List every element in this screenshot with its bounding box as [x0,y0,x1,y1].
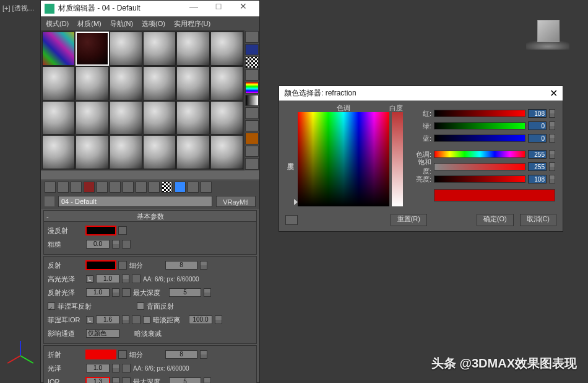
menu-util[interactable]: 实用程序(U) [174,19,210,29]
ok-button[interactable]: 确定(O) [477,214,514,226]
make-copy-icon[interactable] [97,182,108,193]
tool-icon[interactable] [245,146,259,157]
menu-options[interactable]: 选项(O) [142,19,165,29]
material-slot[interactable] [42,135,75,169]
green-slider[interactable] [434,122,525,130]
spin-buttons[interactable] [122,315,129,324]
go-to-parent-icon[interactable] [175,182,186,193]
fresnel-ior-spinner[interactable]: 1.6 [96,315,119,324]
ior-spinner[interactable]: 1.3 [86,377,110,383]
tool-icon[interactable] [245,158,259,170]
spin-buttons[interactable] [204,288,211,297]
color-picker-titlebar[interactable]: 颜色选择器: refraction ✕ [279,86,563,101]
reflect-map-button[interactable] [118,261,127,270]
spin-buttons[interactable] [549,175,555,183]
hilight-gloss-spinner[interactable]: 1.0 [96,275,119,283]
material-map-nav-icon[interactable] [245,133,259,144]
select-by-material-icon[interactable] [245,120,259,132]
spin-buttons[interactable] [549,162,555,171]
material-slot[interactable] [176,101,209,135]
map-button[interactable] [132,275,141,283]
menu-nav[interactable]: 导航(N) [110,19,133,29]
material-slot[interactable] [210,135,243,169]
material-id-icon[interactable] [136,182,147,193]
spin-buttons[interactable] [549,121,555,130]
material-slot-selected[interactable] [76,32,108,66]
material-slot[interactable] [110,101,142,135]
sample-scrollbar[interactable] [41,170,259,179]
blue-slider[interactable] [434,134,525,142]
material-slot[interactable] [176,32,209,66]
get-material-icon[interactable] [45,182,56,193]
material-slot[interactable] [210,66,243,100]
material-slot[interactable] [210,101,243,135]
pick-material-icon[interactable] [45,196,54,206]
reset-button[interactable]: 重置(R) [391,214,427,226]
material-slot[interactable] [143,135,176,169]
cancel-button[interactable]: 取消(C) [520,214,556,226]
spin-buttons[interactable] [215,315,222,324]
material-slot[interactable] [143,32,176,66]
sample-uv-icon[interactable] [245,69,259,81]
refract-subdiv-spinner[interactable]: 8 [165,350,197,359]
material-editor-titlebar[interactable]: 材质编辑器 - 04 - Default — □ ✕ [41,1,259,17]
material-slot[interactable] [76,66,108,100]
green-value[interactable]: 0 [528,121,547,130]
minimize-button[interactable]: — [181,1,206,16]
background-icon[interactable] [245,56,259,68]
assign-icon[interactable] [71,182,82,193]
spin-buttons[interactable] [122,275,129,283]
lock-icon[interactable]: L [86,316,93,324]
material-slot[interactable] [176,135,209,169]
material-slot[interactable] [110,32,142,66]
back-reflect-checkbox[interactable] [137,302,144,310]
gloss-spinner[interactable]: 1.0 [86,364,110,372]
spin-buttons[interactable] [549,134,555,143]
color-preview-swatch[interactable] [434,189,555,201]
material-slot[interactable] [110,135,142,169]
val-slider[interactable] [434,175,525,183]
map-button[interactable] [122,377,131,383]
material-slot[interactable] [42,32,75,66]
refract-swatch[interactable] [86,350,116,359]
rough-map-button[interactable] [122,240,131,249]
dim-dist-spinner[interactable]: 100.0 [189,315,212,324]
axis-gizmo[interactable] [5,337,36,368]
spin-buttons[interactable] [549,150,555,159]
material-slot[interactable] [42,66,75,100]
menu-mode[interactable]: 模式(D) [46,19,69,29]
material-slot[interactable] [176,66,209,100]
spin-buttons[interactable] [200,261,207,270]
reflect-gloss-spinner[interactable]: 1.0 [86,288,110,297]
put-to-library-icon[interactable] [123,182,134,193]
make-unique-icon[interactable] [110,182,121,193]
maximize-button[interactable]: □ [206,1,231,16]
spin-buttons[interactable] [112,240,119,249]
diffuse-map-button[interactable] [118,226,127,235]
hue-slider[interactable] [434,151,525,158]
spin-buttons[interactable] [549,109,555,118]
options-icon[interactable] [245,107,259,119]
material-slot[interactable] [210,32,243,66]
material-slot[interactable] [76,101,108,135]
diffuse-swatch[interactable] [86,226,116,235]
spin-buttons[interactable] [200,350,207,359]
spin-buttons[interactable] [112,364,119,372]
max-depth-spinner[interactable]: 5 [169,288,201,297]
material-slot[interactable] [42,101,75,135]
red-value[interactable]: 108 [528,109,547,118]
spin-buttons[interactable] [204,377,211,383]
video-check-icon[interactable] [245,82,259,94]
view-cube[interactable] [526,19,569,50]
map-button[interactable] [122,288,131,297]
make-preview-icon[interactable] [245,95,259,107]
val-value[interactable]: 108 [528,175,547,183]
whiteness-slider[interactable]: 白度 [392,112,403,206]
material-type-button[interactable]: VRayMtl [216,196,256,207]
tool-icon[interactable] [201,182,212,193]
dim-dist-checkbox[interactable] [143,316,150,324]
material-slot[interactable] [110,66,142,100]
max-depth2-spinner[interactable]: 5 [169,377,201,383]
hue-value[interactable]: 255 [528,150,547,159]
sample-type-icon[interactable] [245,31,259,43]
